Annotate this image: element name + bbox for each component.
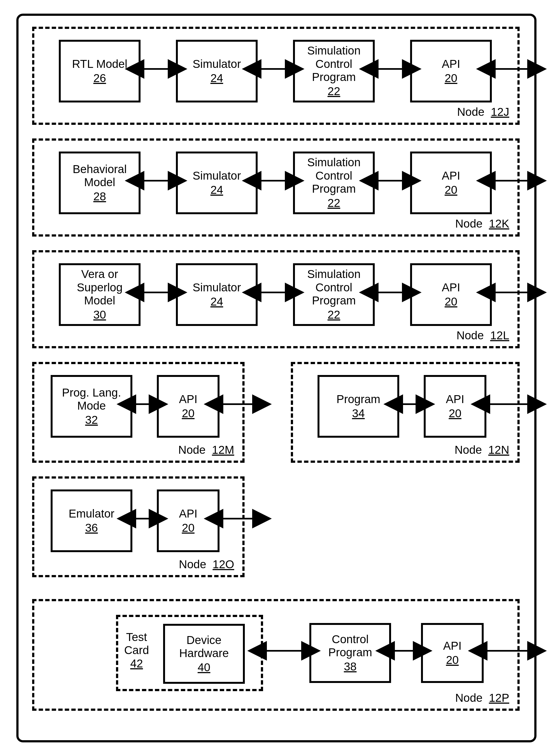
diagram-frame: RTL Model 26 Simulator 24 Simulation Con… [16,14,537,742]
arrows-layer [18,16,534,740]
